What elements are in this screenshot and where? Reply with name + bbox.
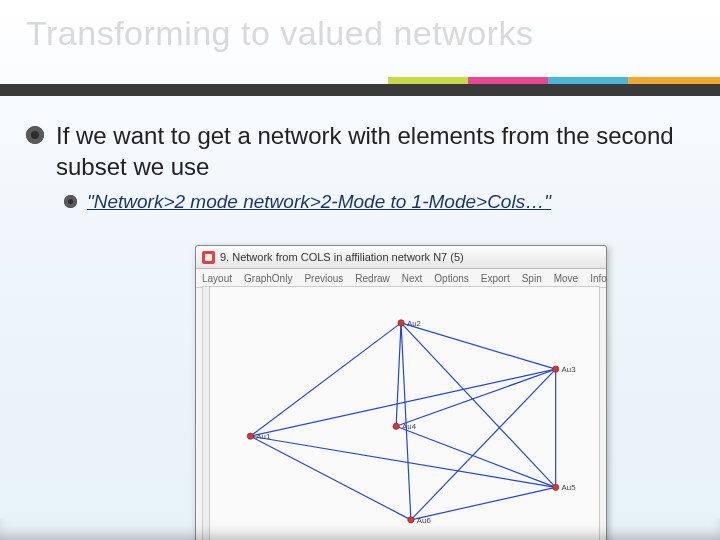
graph-edge bbox=[250, 436, 555, 487]
menu-layout[interactable]: Layout bbox=[202, 273, 232, 284]
accent-stripe-4 bbox=[628, 77, 720, 84]
slide-title: Transforming to valued networks bbox=[26, 14, 533, 53]
slide: Transforming to valued networks If we wa… bbox=[0, 0, 720, 540]
body-text-block: If we want to get a network with element… bbox=[26, 120, 694, 215]
main-bullet-text: If we want to get a network with element… bbox=[56, 120, 694, 182]
graph-node[interactable] bbox=[408, 517, 414, 523]
graph-node[interactable] bbox=[247, 433, 253, 439]
menu-redraw[interactable]: Redraw bbox=[355, 273, 389, 284]
graph-node-label: Au3 bbox=[562, 365, 577, 374]
app-icon bbox=[202, 251, 215, 264]
graph-edge bbox=[396, 369, 556, 426]
graph-canvas[interactable]: Au1Au2Au3Au4Au5Au6 bbox=[202, 286, 600, 540]
graph-edge bbox=[250, 436, 411, 520]
divider-bar bbox=[0, 84, 720, 96]
menu-graphonly[interactable]: GraphOnly bbox=[244, 273, 292, 284]
graph-node-label: Au5 bbox=[562, 483, 577, 492]
graph-node-label: Au4 bbox=[402, 422, 417, 431]
graph-edge bbox=[411, 487, 556, 520]
menu-options[interactable]: Options bbox=[434, 273, 468, 284]
menu-next[interactable]: Next bbox=[402, 273, 423, 284]
accent-stripe-3 bbox=[548, 77, 628, 84]
graph-edge bbox=[396, 426, 556, 487]
menu-info[interactable]: Info bbox=[590, 273, 607, 284]
graph-edge bbox=[411, 369, 556, 520]
network-graph: Au1Au2Au3Au4Au5Au6 bbox=[209, 287, 599, 540]
graph-node[interactable] bbox=[553, 484, 559, 490]
sub-bullet-text: "Network>2 mode network>2-Mode to 1-Mode… bbox=[87, 190, 551, 215]
menu-move[interactable]: Move bbox=[554, 273, 578, 284]
menu-export[interactable]: Export bbox=[481, 273, 510, 284]
window-title: 9. Network from COLS in affiliation netw… bbox=[220, 251, 464, 263]
graph-node[interactable] bbox=[398, 320, 404, 326]
graph-node[interactable] bbox=[393, 423, 399, 429]
graph-node-label: Au1 bbox=[256, 432, 270, 441]
accent-stripe-1 bbox=[388, 77, 468, 84]
graph-node-label: Au2 bbox=[407, 319, 421, 328]
window-titlebar[interactable]: 9. Network from COLS in affiliation netw… bbox=[196, 246, 606, 269]
embedded-app-window: 9. Network from COLS in affiliation netw… bbox=[195, 245, 607, 540]
menu-spin[interactable]: Spin bbox=[522, 273, 542, 284]
graph-node-label: Au6 bbox=[417, 516, 432, 525]
graph-edge bbox=[401, 323, 556, 487]
menu-previous[interactable]: Previous bbox=[304, 273, 343, 284]
graph-node[interactable] bbox=[553, 366, 559, 372]
accent-stripe-2 bbox=[468, 77, 548, 84]
graph-edge bbox=[401, 323, 556, 369]
sub-bullet-icon bbox=[64, 195, 77, 208]
graph-edge bbox=[396, 323, 401, 426]
bullet-icon bbox=[26, 126, 44, 144]
